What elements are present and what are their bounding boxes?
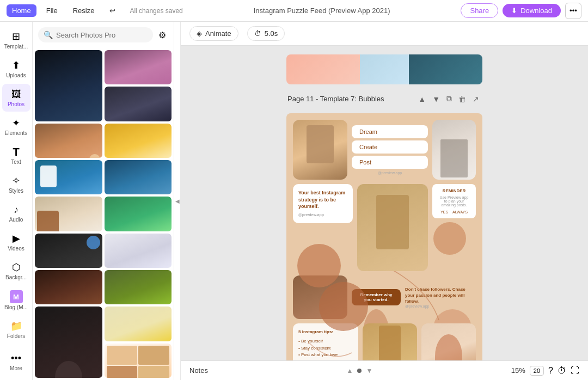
label-column: Dream Create Post @preview.app bbox=[352, 120, 428, 180]
reminder-buttons: YES ALWAYS bbox=[438, 210, 470, 214]
list-item[interactable] bbox=[105, 197, 172, 231]
notes-button[interactable]: Notes bbox=[189, 366, 208, 375]
page-container: Page 11 - Template 7: Bubbles ▲ ▼ ⧉ 🗑 ↗ bbox=[203, 54, 566, 360]
handle-small: @preview.app bbox=[352, 171, 428, 175]
list-item[interactable] bbox=[105, 124, 172, 158]
sidebar-item-blog[interactable]: M Blog (M... bbox=[2, 286, 30, 315]
sidebar-item-background[interactable]: ⬡ Backgr... bbox=[2, 257, 30, 285]
sidebar-item-elements[interactable]: ✦ Elements bbox=[2, 113, 30, 140]
list-item[interactable] bbox=[105, 87, 172, 121]
saved-status: All changes saved bbox=[130, 7, 182, 15]
sidebar-item-uploads[interactable]: ⬆ Uploads bbox=[2, 55, 30, 83]
photo-woman-floral[interactable] bbox=[421, 323, 476, 360]
dont-chase-handle: @preview.app bbox=[405, 304, 476, 308]
page-header: Page 11 - Template 7: Bubbles ▲ ▼ ⧉ 🗑 ↗ bbox=[286, 89, 482, 109]
canvas-scroll[interactable]: Page 11 - Template 7: Bubbles ▲ ▼ ⧉ 🗑 ↗ bbox=[181, 46, 588, 360]
share-button[interactable]: Share bbox=[461, 3, 498, 18]
list-item[interactable] bbox=[35, 270, 102, 304]
help-button[interactable]: ? bbox=[548, 366, 553, 376]
templates-icon: ⊞ bbox=[10, 30, 22, 42]
search-input[interactable] bbox=[56, 31, 148, 39]
timer-button[interactable]: ⏱ bbox=[558, 366, 566, 376]
prev-page-button[interactable]: ▲ bbox=[347, 367, 353, 375]
fullscreen-button[interactable]: ⛶ bbox=[571, 366, 579, 376]
sidebar-item-styles[interactable]: ✧ Styles bbox=[2, 170, 30, 198]
duration-label: 5.0s bbox=[265, 29, 278, 38]
zoom-level: 15% bbox=[511, 366, 525, 375]
collapse-down-button[interactable]: ▼ bbox=[430, 93, 442, 105]
photos-icon: 🖼 bbox=[10, 88, 22, 100]
sidebar: ⊞ Templat... ⬆ Uploads 🖼 Photos ✦ Elemen… bbox=[0, 22, 33, 380]
sidebar-item-videos[interactable]: ▶ Videos bbox=[2, 228, 30, 256]
photo-couple[interactable] bbox=[293, 120, 347, 180]
sidebar-item-templates[interactable]: ⊞ Templat... bbox=[2, 26, 30, 54]
list-item[interactable] bbox=[105, 344, 172, 378]
more-icon: ••• bbox=[10, 352, 22, 364]
sidebar-item-text[interactable]: T Text bbox=[2, 142, 30, 169]
collapse-panel-button[interactable]: ◀ bbox=[174, 22, 181, 380]
prev-strip-right bbox=[409, 54, 482, 84]
photos-grid bbox=[33, 48, 174, 380]
post-card: Post bbox=[352, 156, 428, 169]
main-layout: ⊞ Templat... ⬆ Uploads 🖼 Photos ✦ Elemen… bbox=[0, 22, 588, 380]
reminder-always-button[interactable]: ALWAYS bbox=[452, 210, 468, 214]
next-page-button[interactable]: ▼ bbox=[366, 367, 372, 375]
list-item[interactable] bbox=[35, 234, 102, 268]
prev-strip-left bbox=[286, 54, 360, 84]
download-label: Download bbox=[520, 7, 552, 15]
list-item[interactable] bbox=[35, 160, 102, 194]
duration-button[interactable]: ⏱ 5.0s bbox=[247, 26, 285, 41]
list-item[interactable] bbox=[105, 234, 172, 268]
collapse-up-button[interactable]: ▲ bbox=[416, 93, 428, 105]
photo-woman-laptop[interactable] bbox=[432, 120, 476, 180]
uploads-icon: ⬆ bbox=[10, 59, 22, 71]
page-canvas[interactable]: Dream Create Post @preview.app bbox=[286, 113, 482, 360]
undo-button[interactable]: ↩ bbox=[104, 4, 121, 17]
background-icon: ⬡ bbox=[10, 261, 22, 273]
sidebar-item-more[interactable]: ••• More bbox=[2, 348, 30, 376]
dream-card: Dream bbox=[352, 125, 428, 138]
fit-page-button[interactable]: 20 bbox=[530, 366, 544, 376]
list-item[interactable] bbox=[105, 307, 172, 341]
animate-button[interactable]: ◈ Animate bbox=[189, 26, 238, 41]
prev-strip-mid bbox=[360, 54, 409, 84]
list-item[interactable] bbox=[35, 124, 102, 158]
copy-page-button[interactable]: ⧉ bbox=[444, 93, 454, 105]
delete-page-button[interactable]: 🗑 bbox=[456, 93, 468, 105]
list-item[interactable] bbox=[35, 50, 102, 121]
list-item[interactable] bbox=[105, 160, 172, 194]
reminder-text: Use Preview app to plan your amazing pos… bbox=[438, 195, 470, 207]
more-options-button[interactable]: ••• bbox=[565, 3, 581, 19]
list-item[interactable] bbox=[35, 307, 102, 378]
animate-icon: ◈ bbox=[197, 29, 202, 38]
photos-panel: 🔍 ⚙ bbox=[33, 22, 174, 380]
tip-4: • Relax bbox=[298, 359, 353, 360]
template-row-4: 5 Instagram tips: • Be yourself • Stay c… bbox=[293, 323, 476, 360]
download-button[interactable]: ⬇ Download bbox=[503, 4, 561, 17]
sidebar-item-folders[interactable]: 📁 Folders bbox=[2, 316, 30, 344]
photo-woman-pose[interactable] bbox=[363, 323, 417, 360]
list-item[interactable] bbox=[105, 270, 172, 304]
home-button[interactable]: Home bbox=[7, 4, 36, 17]
reminder-card: REMINDER Use Preview app to plan your am… bbox=[432, 184, 476, 218]
resize-button[interactable]: Resize bbox=[68, 4, 100, 17]
filter-button[interactable]: ⚙ bbox=[156, 28, 168, 42]
photo-woman-smiling[interactable] bbox=[357, 184, 428, 271]
blog-icon: M bbox=[10, 290, 23, 303]
sidebar-item-audio[interactable]: ♪ Audio bbox=[2, 199, 30, 227]
page-title: Page 11 - Template 7: Bubbles bbox=[287, 95, 384, 103]
search-input-wrap[interactable]: 🔍 bbox=[38, 27, 153, 42]
list-item[interactable] bbox=[105, 50, 172, 84]
videos-icon: ▶ bbox=[10, 232, 22, 244]
prev-page-strip bbox=[286, 54, 482, 84]
dont-chase-section: Don't chase followers. Chase your passio… bbox=[405, 286, 476, 309]
document-title: Instagram Puzzle Feed (Preview App 2021) bbox=[187, 7, 457, 15]
list-item[interactable] bbox=[35, 197, 102, 231]
sidebar-item-photos[interactable]: 🖼 Photos bbox=[2, 84, 30, 112]
reminder-yes-button[interactable]: YES bbox=[440, 210, 448, 214]
share-page-button[interactable]: ↗ bbox=[470, 93, 481, 105]
file-button[interactable]: File bbox=[41, 4, 63, 17]
search-bar: 🔍 ⚙ bbox=[33, 22, 174, 48]
tip-3: • Post what you love bbox=[298, 352, 353, 359]
blob-1 bbox=[297, 244, 341, 287]
